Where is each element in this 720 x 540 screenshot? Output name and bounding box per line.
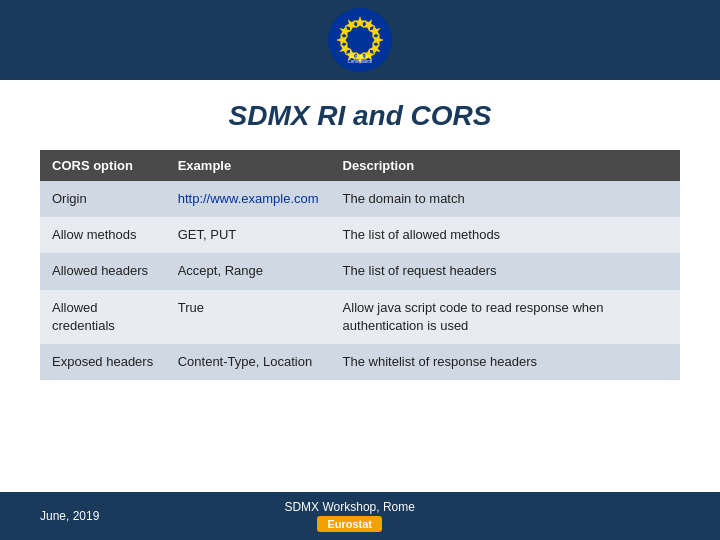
eu-logo: European Commission bbox=[326, 6, 394, 74]
svg-text:Commission: Commission bbox=[348, 59, 373, 64]
col-header-description: Description bbox=[331, 150, 680, 181]
eurostat-badge: Eurostat bbox=[317, 516, 382, 532]
cell-option: Origin bbox=[40, 181, 166, 217]
cell-example: Accept, Range bbox=[166, 253, 331, 289]
main-content: SDMX RI and CORS CORS option Example Des… bbox=[0, 80, 720, 390]
footer-date: June, 2019 bbox=[40, 509, 99, 523]
table-row: Exposed headersContent-Type, LocationThe… bbox=[40, 344, 680, 380]
cell-description: The domain to match bbox=[331, 181, 680, 217]
cell-description: Allow java script code to read response … bbox=[331, 290, 680, 344]
col-header-option: CORS option bbox=[40, 150, 166, 181]
cell-example: GET, PUT bbox=[166, 217, 331, 253]
cell-option: Allow methods bbox=[40, 217, 166, 253]
table-header-row: CORS option Example Description bbox=[40, 150, 680, 181]
top-bar: European Commission bbox=[0, 0, 720, 80]
cell-example: Content-Type, Location bbox=[166, 344, 331, 380]
table-row: Allow methodsGET, PUTThe list of allowed… bbox=[40, 217, 680, 253]
cell-description: The whitelist of response headers bbox=[331, 344, 680, 380]
cell-example: True bbox=[166, 290, 331, 344]
footer-center: SDMX Workshop, Rome Eurostat bbox=[284, 500, 414, 532]
page-title: SDMX RI and CORS bbox=[40, 100, 680, 132]
table-row: Allowed credentialsTrueAllow java script… bbox=[40, 290, 680, 344]
cell-option: Allowed headers bbox=[40, 253, 166, 289]
cell-option: Allowed credentials bbox=[40, 290, 166, 344]
cell-description: The list of allowed methods bbox=[331, 217, 680, 253]
example-link[interactable]: http://www.example.com bbox=[178, 191, 319, 206]
footer-event: SDMX Workshop, Rome bbox=[284, 500, 414, 514]
cors-table: CORS option Example Description Originht… bbox=[40, 150, 680, 380]
footer-bar: June, 2019 SDMX Workshop, Rome Eurostat bbox=[0, 492, 720, 540]
cell-example[interactable]: http://www.example.com bbox=[166, 181, 331, 217]
table-row: Allowed headersAccept, RangeThe list of … bbox=[40, 253, 680, 289]
col-header-example: Example bbox=[166, 150, 331, 181]
cell-option: Exposed headers bbox=[40, 344, 166, 380]
cell-description: The list of request headers bbox=[331, 253, 680, 289]
table-row: Originhttp://www.example.comThe domain t… bbox=[40, 181, 680, 217]
